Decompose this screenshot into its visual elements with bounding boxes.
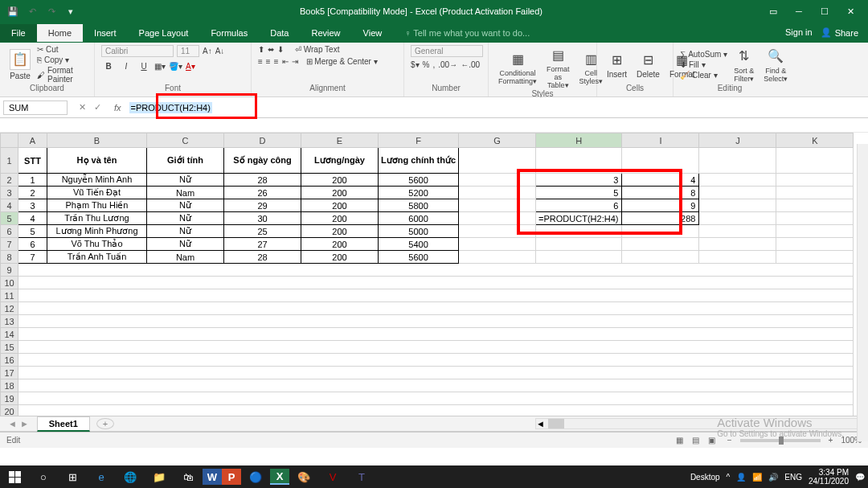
cell-A7[interactable]: 6 <box>18 238 47 251</box>
row-header-18[interactable]: 18 <box>1 379 18 392</box>
format-painter-button[interactable]: 🖌 Format Painter <box>37 66 88 84</box>
maximize-icon[interactable]: ☐ <box>817 6 833 17</box>
tab-insert[interactable]: Insert <box>83 24 128 42</box>
edge-icon[interactable]: e <box>87 465 116 488</box>
cell-F5[interactable]: 6000 <box>379 212 459 225</box>
cell-I6[interactable] <box>622 225 699 238</box>
tab-data[interactable]: Data <box>259 24 300 42</box>
fill-button[interactable]: ⬇ Fill ▾ <box>680 60 727 69</box>
align-top-icon[interactable]: ⬆ <box>258 45 264 54</box>
comma-icon[interactable]: , <box>432 60 435 69</box>
cell-D3[interactable]: 26 <box>224 187 301 199</box>
cell-C8[interactable]: Nam <box>147 251 224 264</box>
cell-E4[interactable]: 200 <box>301 199 379 212</box>
undo-icon[interactable]: ↶ <box>26 5 39 18</box>
cell-B4[interactable]: Phạm Thu Hiền <box>47 199 147 212</box>
paste-button[interactable]: 📋 Paste <box>6 47 34 82</box>
font-name-input[interactable]: Calibri <box>101 45 174 57</box>
row-header-12[interactable]: 12 <box>1 302 18 315</box>
formula-input[interactable]: =PRODUCT(H2:H4) <box>126 101 868 114</box>
conditional-formatting-button[interactable]: ▦ConditionalFormatting▾ <box>495 49 540 85</box>
number-format-input[interactable]: General <box>411 45 483 57</box>
cell-E1[interactable]: Lương/ngày <box>301 148 379 174</box>
col-header-E[interactable]: E <box>301 133 379 148</box>
cell-F1[interactable]: Lương chính thức <box>379 148 459 174</box>
delete-button[interactable]: ⊟Delete <box>633 50 663 79</box>
cell-J6[interactable] <box>699 225 776 238</box>
cell-I1[interactable] <box>622 148 699 174</box>
cut-button[interactable]: ✂ Cut <box>37 45 88 54</box>
minimize-icon[interactable]: ─ <box>791 6 807 16</box>
cell-A2[interactable]: 1 <box>18 174 47 187</box>
cell-I8[interactable] <box>622 251 699 264</box>
signin-button[interactable]: Sign in <box>785 27 813 38</box>
share-button[interactable]: 👤 Share <box>821 27 858 38</box>
row-header-19[interactable]: 19 <box>1 392 18 405</box>
col-header-G[interactable]: G <box>459 133 536 148</box>
page-break-view-icon[interactable]: ▣ <box>705 434 719 447</box>
row-header-5[interactable]: 5 <box>1 212 18 225</box>
add-sheet-button[interactable]: + <box>96 418 114 429</box>
cell-H4[interactable]: 6 <box>536 199 622 212</box>
tab-view[interactable]: View <box>352 24 394 42</box>
zoom-slider[interactable] <box>740 439 821 442</box>
cell-C2[interactable]: Nữ <box>147 174 224 187</box>
align-bottom-icon[interactable]: ⬇ <box>277 45 284 54</box>
cell-G8[interactable] <box>459 251 536 264</box>
cell-B1[interactable]: Họ và tên <box>47 148 147 174</box>
cell-D7[interactable]: 27 <box>224 238 301 251</box>
enter-formula-icon[interactable]: ✓ <box>94 102 101 113</box>
cell-K3[interactable] <box>776 187 854 199</box>
cell-D6[interactable]: 25 <box>224 225 301 238</box>
row-header-8[interactable]: 8 <box>1 251 18 264</box>
cell-K8[interactable] <box>776 251 854 264</box>
powerpoint-icon[interactable]: P <box>222 469 241 485</box>
cell-A8[interactable]: 7 <box>18 251 47 264</box>
cell-A1[interactable]: STT <box>18 148 47 174</box>
cell-C1[interactable]: Giới tính <box>147 148 224 174</box>
col-header-K[interactable]: K <box>776 133 854 148</box>
cell-B7[interactable]: Võ Thu Thảo <box>47 238 147 251</box>
cell-G2[interactable] <box>459 174 536 187</box>
cell-H1[interactable] <box>536 148 622 174</box>
zoom-out-icon[interactable]: − <box>727 436 732 445</box>
cell-K2[interactable] <box>776 174 854 187</box>
cell-E8[interactable]: 200 <box>301 251 379 264</box>
cell-J3[interactable] <box>699 187 776 199</box>
tab-home[interactable]: Home <box>37 24 83 42</box>
browser-icon[interactable]: 🌐 <box>116 465 145 488</box>
col-header-H[interactable]: H <box>536 133 622 148</box>
font-size-input[interactable]: 11 <box>177 45 199 57</box>
sheet-nav-prev-icon[interactable]: ◄ <box>8 419 17 429</box>
cell-C6[interactable]: Nữ <box>147 225 224 238</box>
cell-H8[interactable] <box>536 251 622 264</box>
align-middle-icon[interactable]: ⬌ <box>268 45 274 54</box>
align-left-icon[interactable]: ≡ <box>258 57 263 66</box>
paint-icon[interactable]: 🎨 <box>289 465 318 488</box>
italic-button[interactable]: I <box>119 59 133 73</box>
cell-K6[interactable] <box>776 225 854 238</box>
wifi-icon[interactable]: 📶 <box>752 473 762 482</box>
cell-J5[interactable] <box>699 212 776 225</box>
cell-I4[interactable]: 9 <box>622 199 699 212</box>
cell-H3[interactable]: 5 <box>536 187 622 199</box>
col-header-A[interactable]: A <box>18 133 47 148</box>
spreadsheet-grid[interactable]: A B C D E F G H I J K 1 STT Họ và tên Gi… <box>0 133 868 416</box>
clear-button[interactable]: 🧹 Clear ▾ <box>680 71 727 80</box>
cell-C4[interactable]: Nữ <box>147 199 224 212</box>
cell-E7[interactable]: 200 <box>301 238 379 251</box>
cell-C7[interactable]: Nữ <box>147 238 224 251</box>
row-header-1[interactable]: 1 <box>1 148 18 174</box>
cell-B3[interactable]: Vũ Tiến Đạt <box>47 187 147 199</box>
word-icon[interactable]: W <box>203 469 222 485</box>
cell-K7[interactable] <box>776 238 854 251</box>
copy-button[interactable]: ⎘ Copy ▾ <box>37 55 88 64</box>
col-header-B[interactable]: B <box>47 133 147 148</box>
cell-I3[interactable]: 8 <box>622 187 699 199</box>
row-header-4[interactable]: 4 <box>1 199 18 212</box>
row-header-9[interactable]: 9 <box>1 264 18 277</box>
cell-D1[interactable]: Số ngày công <box>224 148 301 174</box>
cell-J1[interactable] <box>699 148 776 174</box>
increase-font-icon[interactable]: A↑ <box>203 47 212 55</box>
row-header-10[interactable]: 10 <box>1 277 18 289</box>
